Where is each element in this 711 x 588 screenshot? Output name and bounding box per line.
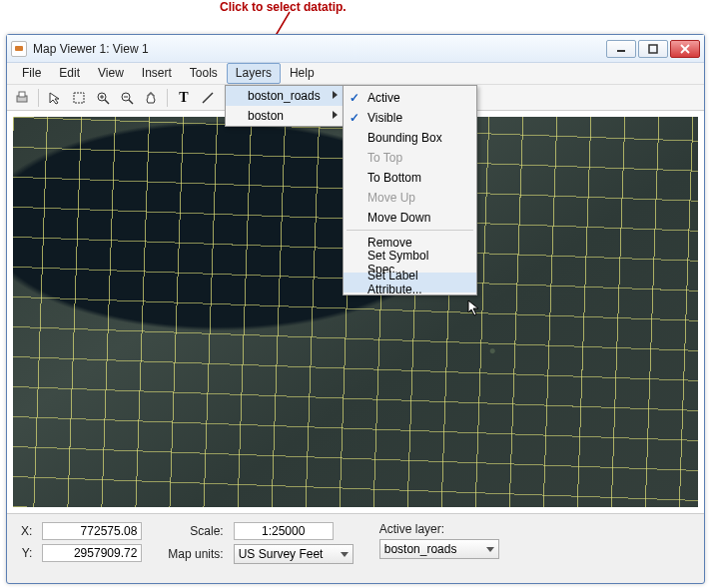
check-icon: ✓ <box>350 91 359 105</box>
menu-label: Remove <box>367 236 412 250</box>
svg-rect-9 <box>74 93 84 103</box>
svg-line-11 <box>105 100 109 104</box>
svg-rect-7 <box>19 92 25 97</box>
active-layer-combo[interactable]: boston_roads <box>379 539 499 559</box>
toolbar-separator <box>167 89 168 107</box>
option-bounding-box[interactable]: Bounding Box <box>344 128 476 148</box>
print-icon[interactable] <box>11 87 33 109</box>
menu-label: To Bottom <box>367 171 421 185</box>
toolbar-separator <box>38 89 39 107</box>
menu-layers[interactable]: Layers <box>227 63 281 84</box>
menu-label: Set Label Attribute... <box>367 269 468 296</box>
menu-label: Move Down <box>367 211 430 225</box>
app-icon <box>11 41 27 57</box>
instruction-caption: Click to select datatip. <box>220 0 347 14</box>
menu-file[interactable]: File <box>13 63 50 84</box>
menu-tools[interactable]: Tools <box>181 63 227 84</box>
y-field[interactable]: 2957909.72 <box>42 544 142 562</box>
option-to-top: To Top <box>344 148 476 168</box>
menu-label: Visible <box>367 111 402 125</box>
status-bar: X: 772575.08 Y: 2957909.72 Scale: 1:2500… <box>7 514 704 580</box>
select-icon[interactable] <box>44 87 66 109</box>
units-label: Map units: <box>168 547 225 561</box>
zoom-in-icon[interactable] <box>92 87 114 109</box>
layers-submenu: boston_roads boston <box>225 85 345 127</box>
scale-field[interactable]: 1:25000 <box>234 522 334 540</box>
line-icon[interactable] <box>197 87 219 109</box>
menu-edit[interactable]: Edit <box>50 63 89 84</box>
active-layer-label: Active layer: <box>379 522 499 536</box>
option-set-label-attribute[interactable]: Set Label Attribute... <box>344 273 476 293</box>
layer-item-boston[interactable]: boston <box>226 106 344 126</box>
marquee-icon[interactable] <box>68 87 90 109</box>
close-button[interactable] <box>670 40 700 58</box>
menu-label: To Top <box>367 151 402 165</box>
svg-marker-8 <box>50 93 59 104</box>
option-active[interactable]: ✓Active <box>344 88 476 108</box>
chevron-down-icon <box>486 547 494 552</box>
pan-icon[interactable] <box>140 87 162 109</box>
maximize-button[interactable] <box>638 40 668 58</box>
chevron-right-icon <box>333 91 338 99</box>
zoom-out-icon[interactable] <box>116 87 138 109</box>
option-to-bottom[interactable]: To Bottom <box>344 168 476 188</box>
option-visible[interactable]: ✓Visible <box>344 108 476 128</box>
layer-options-menu: ✓Active ✓Visible Bounding Box To Top To … <box>343 85 477 295</box>
menu-label: Bounding Box <box>367 131 442 145</box>
units-combo[interactable]: US Survey Feet <box>234 544 354 564</box>
menu-label: Active <box>367 91 400 105</box>
units-value: US Survey Feet <box>239 547 324 561</box>
menu-separator <box>347 230 473 231</box>
menu-label: Move Up <box>367 191 415 205</box>
active-layer-value: boston_roads <box>384 542 457 556</box>
x-field[interactable]: 772575.08 <box>42 522 142 540</box>
menubar: File Edit View Insert Tools Layers Help <box>7 63 704 85</box>
menu-insert[interactable]: Insert <box>133 63 181 84</box>
option-move-up: Move Up <box>344 188 476 208</box>
x-label: X: <box>21 524 34 538</box>
option-move-down[interactable]: Move Down <box>344 208 476 228</box>
svg-line-15 <box>129 100 133 104</box>
y-label: Y: <box>21 546 34 560</box>
chevron-right-icon <box>333 111 338 119</box>
text-icon[interactable]: T <box>173 87 195 109</box>
menu-help[interactable]: Help <box>281 63 324 84</box>
titlebar[interactable]: Map Viewer 1: View 1 <box>7 35 704 63</box>
chevron-down-icon <box>341 552 349 557</box>
check-icon: ✓ <box>350 111 359 125</box>
svg-rect-3 <box>649 45 657 53</box>
menu-label: boston_roads <box>248 89 321 103</box>
svg-line-17 <box>203 93 213 103</box>
minimize-button[interactable] <box>606 40 636 58</box>
menu-label: boston <box>248 109 284 123</box>
scale-label: Scale: <box>168 524 225 538</box>
window-title: Map Viewer 1: View 1 <box>33 42 606 56</box>
layer-item-boston-roads[interactable]: boston_roads <box>226 86 344 106</box>
menu-view[interactable]: View <box>89 63 133 84</box>
